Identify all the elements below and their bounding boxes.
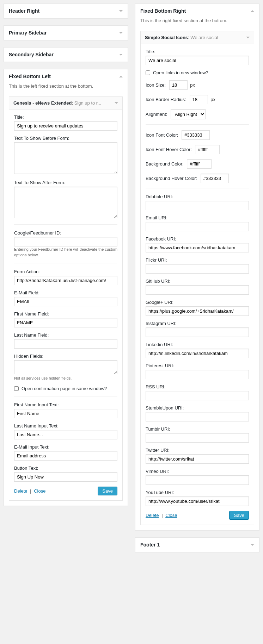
area-title: Header Right [9,8,39,14]
title-input[interactable] [14,121,117,131]
label-email: Email URI: [146,215,249,220]
title-input[interactable] [146,56,249,65]
save-button[interactable]: Save [229,511,249,520]
form-action-input[interactable] [14,276,117,285]
instagram-input[interactable] [146,327,249,337]
widget-enews: Genesis - eNews Extended: Sign up to r..… [9,96,123,501]
label-vimeo: Vimeo URI: [146,469,249,474]
github-input[interactable] [146,285,249,295]
close-link[interactable]: Close [165,513,177,518]
sidebar-area-fixed-bottom-right: Fixed Bottom Right This is the right fix… [135,4,259,530]
facebook-input[interactable] [146,243,249,252]
chevron-down-icon [119,54,123,56]
email-input[interactable] [146,222,249,231]
font-hover-input[interactable] [195,145,220,154]
area-toggle[interactable]: Fixed Bottom Right [135,4,259,18]
chevron-down-icon [246,37,250,38]
youtube-input[interactable] [146,496,249,506]
lname-text-input[interactable] [14,430,117,439]
bg-hover-input[interactable] [201,174,229,183]
font-color-input[interactable] [182,130,210,140]
label-font-color: Icon Font Color: [146,132,178,138]
gplus-input[interactable] [146,306,249,316]
feedburner-input[interactable] [14,237,117,246]
chevron-down-icon [119,32,123,34]
vimeo-input[interactable] [146,475,249,485]
area-title: Fixed Bottom Left [9,74,51,79]
email-field-input[interactable] [14,297,117,306]
chevron-up-icon [119,76,123,77]
sidebar-area-primary-sidebar[interactable]: Primary Sidebar [4,25,128,40]
label-alignment: Alignment: [146,112,167,117]
area-title: Secondary Sidebar [9,52,54,57]
sidebar-area-footer-1[interactable]: Footer 1 [135,537,259,552]
label-title: Title: [14,114,117,120]
sidebar-area-secondary-sidebar[interactable]: Secondary Sidebar [4,47,128,62]
chevron-up-icon [251,10,254,12]
fname-text-input[interactable] [14,409,117,418]
label-open-same: Open confirmation page in same window? [22,386,107,391]
label-button-text: Button Text: [14,465,117,471]
unit-px: px [210,97,215,102]
tumblr-input[interactable] [146,433,249,443]
widget-subtitle: We are social [190,35,218,40]
label-email-text: E-Mail Input Text: [14,444,117,450]
label-gplus: Google+ URI: [146,300,249,305]
chevron-down-icon [251,544,254,546]
widget-toggle[interactable]: Genesis - eNews Extended: Sign up to r..… [9,97,122,109]
sidebar-area-header-right[interactable]: Header Right [4,4,128,18]
twitter-input[interactable] [146,454,249,464]
unit-px: px [190,82,195,88]
after-textarea[interactable] [14,187,117,218]
delete-link[interactable]: Delete [14,488,27,494]
dribbble-input[interactable] [146,201,249,210]
label-border-radius: Icon Border Radius: [146,97,186,102]
label-bg-color: Background Color: [146,161,184,167]
flickr-input[interactable] [146,264,249,274]
area-toggle[interactable]: Fixed Bottom Left [4,69,128,83]
hidden-textarea[interactable] [14,360,117,374]
alignment-select[interactable]: Align Right [171,109,206,119]
label-email-field: E-Mail Field: [14,290,117,295]
before-textarea[interactable] [14,142,117,174]
label-linkedin: Linkedin URI: [146,342,249,347]
chevron-down-icon [115,102,118,104]
open-new-window-checkbox[interactable] [146,70,150,75]
label-tumblr: Tumblr URI: [146,426,249,432]
label-github: GitHub URI: [146,279,249,284]
rss-input[interactable] [146,391,249,400]
label-icon-size: Icon Size: [146,82,166,88]
label-instagram: Instagram URI: [146,321,249,326]
email-text-input[interactable] [14,451,117,461]
pinterest-input[interactable] [146,370,249,379]
bg-color-input[interactable] [187,159,212,169]
icon-size-input[interactable] [169,80,188,90]
label-facebook: Facebook URI: [146,236,249,242]
save-button[interactable]: Save [98,487,117,495]
stumble-input[interactable] [146,412,249,421]
close-link[interactable]: Close [34,488,45,494]
label-twitter: Twitter URI: [146,448,249,453]
open-same-window-checkbox[interactable] [14,386,19,391]
label-title: Title: [146,49,249,54]
label-lname-field: Last Name Field: [14,332,117,338]
label-dribbble: Dribbble URI: [146,194,249,199]
border-radius-input[interactable] [190,95,208,104]
label-rss: RSS URI: [146,384,249,389]
lname-field-input[interactable] [14,339,117,349]
label-stumble: StumbleUpon URI: [146,405,249,411]
label-before: Text To Show Before Form: [14,136,117,141]
hidden-help: Not all services use hidden fields. [14,376,72,380]
delete-link[interactable]: Delete [146,513,159,518]
linkedin-input[interactable] [146,349,249,358]
widget-toggle[interactable]: Simple Social Icons: We are social [141,31,254,44]
label-after: Text To Show After Form: [14,180,117,185]
label-fname-text: First Name Input Text: [14,402,117,407]
label-hidden: Hidden Fields: [14,354,117,359]
area-description: This is the left fixed section at the bo… [4,83,128,93]
button-text-input[interactable] [14,472,117,482]
label-flickr: Flickr URI: [146,257,249,263]
fname-field-input[interactable] [14,318,117,327]
area-title: Primary Sidebar [9,30,47,36]
widget-simple-social-icons: Simple Social Icons: We are social Title… [140,31,254,525]
